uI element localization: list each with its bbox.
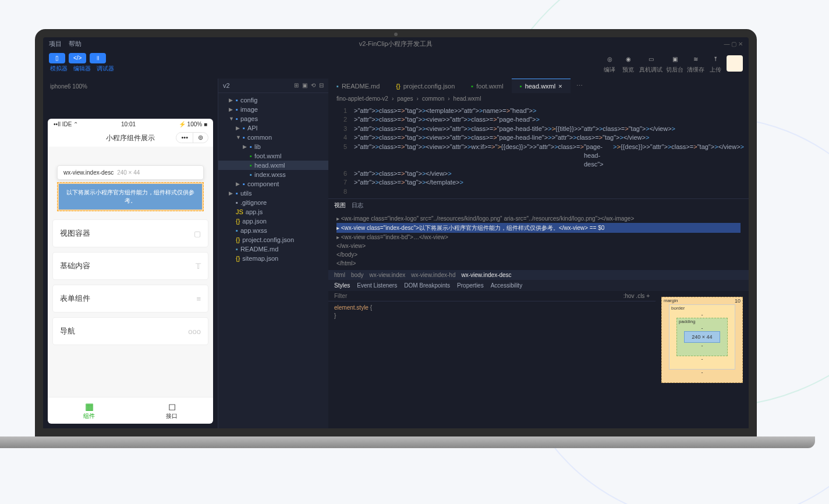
tree-item[interactable]: {} project.config.json [218,235,328,244]
simulator-toggle-icon[interactable]: ▯ [49,53,65,63]
styles-tab[interactable]: Properties [457,282,484,289]
menu-help[interactable]: 帮助 [69,40,82,48]
toolbar: ▯ </> ⫴ 模拟器 编辑器 调试器 ◎编译 ◉预览 ▭真机调试 ▣切后台 [43,51,749,79]
panel-tab-inspect[interactable]: 视图 [334,201,346,210]
tree-item[interactable]: ▪ foot.wxml [218,151,328,161]
simulator-label: 模拟器 [49,65,69,73]
tree-item[interactable]: ▪ README.md [218,244,328,254]
debugger-label: 调试器 [95,65,115,73]
clock: 10:01 [121,121,136,127]
tree-item[interactable]: ▶▪ lib [218,142,328,151]
page-title: 小程序组件展示 [106,134,155,142]
tree-item[interactable]: ▪ head.wxml [218,161,328,170]
styles-tabs: StylesEvent ListenersDOM BreakpointsProp… [328,280,749,291]
menu-item[interactable]: 导航ooo [52,317,208,345]
highlighted-element: 以下将展示小程序官方组件能力，组件样式仅供参考。 [57,182,204,211]
styles-tab[interactable]: Styles [334,282,350,289]
window-controls[interactable]: — ▢ ✕ [724,41,743,47]
debugger-toggle-icon[interactable]: ⫴ [90,53,106,63]
element-path[interactable]: htmlbodywx-view.indexwx-view.index-hdwx-… [328,270,749,280]
project-root: v2 [223,82,230,89]
device-info: iphone6 100% [48,83,213,90]
editor-panel: ▪README.md{}project.config.json▪foot.wxm… [328,79,749,428]
background-button[interactable]: ▣切后台 [666,53,683,74]
refresh-icon[interactable]: ⟲ [311,82,316,89]
compile-button[interactable]: ◎编译 [602,53,617,74]
tree-item[interactable]: ▶▪ image [218,105,328,114]
editor-label: 编辑器 [72,65,92,73]
upload-button[interactable]: ⤒上传 [708,53,723,74]
box-model: margin10 border- padding- 240 × 44- - - [656,291,749,393]
editor-tab[interactable]: ▪README.md [328,79,388,93]
signal-icon: ••Il IDE ⌃ [54,121,78,127]
tree-item[interactable]: ▪ index.wxss [218,170,328,179]
styles-tab[interactable]: DOM Breakpoints [404,282,450,289]
tree-item[interactable]: {} sitemap.json [218,254,328,263]
code-editor[interactable]: 1>"attr">>class>=>"tag">><template> >"at… [328,104,749,198]
capsule-button[interactable]: •••⊚ [176,132,208,143]
tree-item[interactable]: ▶▪ utils [218,189,328,198]
clear-cache-button[interactable]: ≋清缓存 [687,53,704,74]
editor-tabs: ▪README.md{}project.config.json▪foot.wxm… [328,79,749,93]
breadcrumb: fino-applet-demo-v2›pages›common›head.wx… [328,93,749,104]
file-explorer: v2 ⊞ ▣ ⟲ ⊟ ▶▪ config▶▪ image▼▪ pages▶▪ A… [218,79,328,428]
close-icon[interactable]: × [558,83,562,90]
preview-button[interactable]: ◉预览 [621,53,636,74]
tab-api[interactable]: ◻接口 [130,397,213,424]
panel-tab-log[interactable]: 日志 [352,201,363,210]
devtools-panel: 视图 日志 ▸ <wx-image class="index-logo" src… [328,198,749,393]
collapse-icon[interactable]: ⊟ [319,82,324,89]
tree-item[interactable]: ▶▪ config [218,95,328,105]
simulator-panel: iphone6 100% ••Il IDE ⌃ 10:01 ⚡ 100% ■ 小… [43,79,218,428]
editor-tab[interactable]: ▪head.wxml× [512,79,571,93]
remote-debug-button[interactable]: ▭真机调试 [639,53,663,74]
dom-tree[interactable]: ▸ <wx-image class="index-logo" src="../r… [328,212,749,270]
tab-component[interactable]: ▦组件 [48,397,130,424]
tree-item[interactable]: ▶▪ component [218,179,328,189]
tree-item[interactable]: ▼▪ common [218,133,328,142]
styles-tab[interactable]: Accessibility [491,282,522,289]
tree-item[interactable]: JS app.js [218,207,328,216]
menu-item[interactable]: 表单组件≡ [52,285,208,313]
window-title: v2-FinClip小程序开发工具 [359,40,433,48]
tree-item[interactable]: {} app.json [218,216,328,226]
tree-item[interactable]: ▶▪ API [218,123,328,133]
new-file-icon[interactable]: ⊞ [294,82,299,89]
ide-window: v2-FinClip小程序开发工具 — ▢ ✕ 项目 帮助 ▯ </> ⫴ 模拟… [43,37,749,428]
tree-item[interactable]: ▼▪ pages [218,114,328,123]
phone-preview: ••Il IDE ⌃ 10:01 ⚡ 100% ■ 小程序组件展示 •••⊚ w… [48,119,213,424]
editor-tab[interactable]: {}project.config.json [388,79,463,93]
editor-toggle-icon[interactable]: </> [69,53,86,63]
menu-project[interactable]: 项目 [49,40,62,48]
styles-filter-input[interactable] [334,293,623,299]
laptop-frame: v2-FinClip小程序开发工具 — ▢ ✕ 项目 帮助 ▯ </> ⫴ 模拟… [35,29,757,448]
menu-item[interactable]: 视图容器▢ [52,219,208,247]
menu-item[interactable]: 基础内容𝕋 [52,252,208,280]
tree-item[interactable]: ▪ app.wxss [218,226,328,235]
style-rules[interactable]: element.style {}</span><span class="sel2… [328,301,656,322]
hov-toggle[interactable]: :hov .cls + [623,293,650,299]
tree-item[interactable]: ▪ .gitignore [218,198,328,207]
styles-tab[interactable]: Event Listeners [357,282,397,289]
user-avatar[interactable] [727,55,743,72]
new-folder-icon[interactable]: ▣ [302,82,307,89]
tab-overflow[interactable]: ⋯ [571,79,589,93]
battery-icon: ⚡ 100% ■ [179,121,207,127]
inspector-tooltip: wx-view.index-desc240 × 44 [57,165,204,180]
editor-tab[interactable]: ▪foot.wxml [463,79,511,93]
